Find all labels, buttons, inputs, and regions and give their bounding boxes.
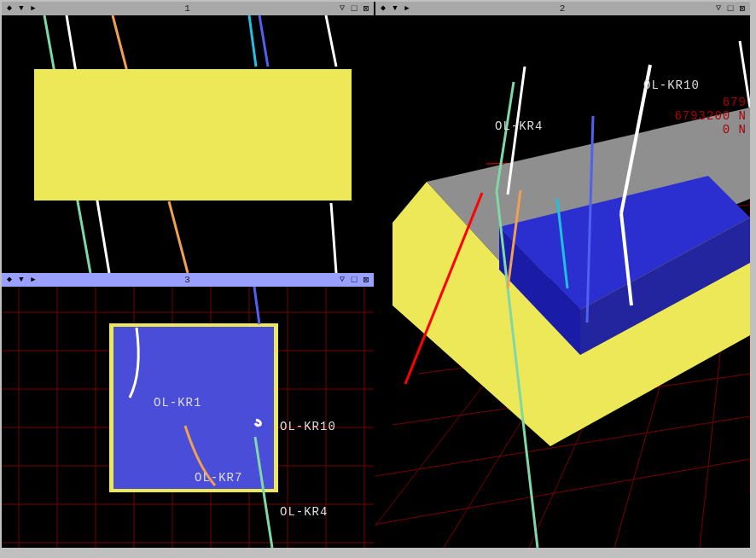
viewport-3[interactable]: 3 bbox=[2, 273, 374, 548]
history-icon[interactable] bbox=[714, 4, 723, 13]
layers-icon[interactable] bbox=[5, 276, 14, 284]
play-icon[interactable] bbox=[29, 276, 38, 284]
well-label-kr10: OL-KR10 bbox=[280, 420, 336, 433]
maximize-icon[interactable] bbox=[350, 276, 358, 284]
dropdown-icon[interactable] bbox=[17, 4, 26, 13]
maximize-icon[interactable] bbox=[726, 4, 735, 13]
coord-label-3: 0 N bbox=[723, 123, 747, 137]
layers-icon[interactable] bbox=[5, 4, 14, 13]
viewport-1-titlebar: 1 bbox=[2, 2, 374, 15]
viewport-2-titlebar: 2 bbox=[375, 2, 750, 15]
close-icon[interactable] bbox=[362, 4, 370, 13]
well-label-kr7: OL-KR7 bbox=[195, 471, 242, 485]
coord-label-2: 6793200 N bbox=[674, 109, 747, 123]
play-icon[interactable] bbox=[29, 4, 38, 13]
well-label-kr1: OL-KR1 bbox=[154, 396, 201, 410]
well-label-kr4: OL-KR4 bbox=[280, 505, 328, 519]
layers-icon[interactable] bbox=[379, 4, 387, 13]
svg-rect-1 bbox=[34, 69, 352, 201]
dropdown-icon[interactable] bbox=[391, 4, 399, 13]
close-icon[interactable] bbox=[362, 276, 370, 284]
viewport-3-title: 3 bbox=[38, 275, 338, 285]
well-label-kr10: OL-KR10 bbox=[643, 78, 700, 92]
close-icon[interactable] bbox=[738, 4, 747, 13]
play-icon[interactable] bbox=[403, 4, 411, 13]
viewport-1-title: 1 bbox=[38, 3, 338, 14]
viewport-2-canvas[interactable]: OL-KR4 OL-KR10 679 6793200 N 0 N bbox=[375, 15, 750, 548]
dropdown-icon[interactable] bbox=[17, 276, 26, 284]
coord-label-1: 679 bbox=[723, 96, 747, 109]
history-icon[interactable] bbox=[338, 276, 346, 284]
maximize-icon[interactable] bbox=[350, 4, 358, 13]
viewport-3-canvas[interactable]: OL-KR1 OL-KR7 OL-KR10 OL-KR4 bbox=[2, 287, 374, 548]
well-label-kr4: OL-KR4 bbox=[495, 119, 543, 133]
history-icon[interactable] bbox=[338, 4, 346, 13]
viewport-2[interactable]: 2 bbox=[375, 2, 750, 548]
status-bar bbox=[2, 549, 750, 556]
viewport-1-canvas[interactable] bbox=[2, 15, 374, 273]
viewport-1[interactable]: 1 bbox=[2, 2, 374, 273]
viewport-2-title: 2 bbox=[411, 3, 714, 14]
viewport-3-titlebar: 3 bbox=[2, 273, 374, 287]
